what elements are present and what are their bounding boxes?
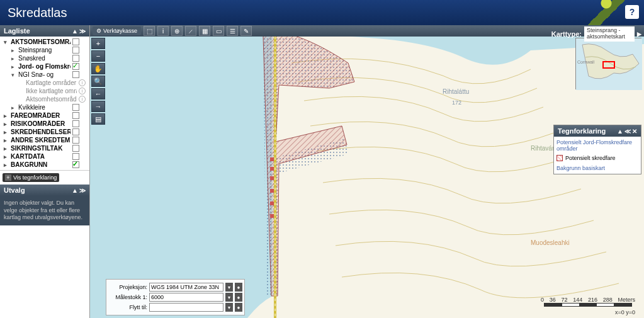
layer-checkbox[interactable] [72,137,79,144]
layer-item[interactable]: Kartlagte områderi [1,79,88,87]
layer-checkbox[interactable] [72,112,79,119]
map-label-depth: 172 [452,99,461,106]
layer-checkbox[interactable] [72,38,79,45]
layer-item[interactable]: ▾NGI Snø- og [1,71,88,79]
info-tool-icon[interactable]: i [157,26,169,36]
info-icon[interactable]: i [79,79,86,86]
verktoy-button[interactable]: ⚙ Verktøykasse [93,26,141,35]
utvalg-controls[interactable]: ▲≫ [72,187,86,194]
karttype-label: Karttype: [551,30,582,38]
layer-checkbox[interactable] [72,128,79,135]
top-toolbar: ⚙ Verktøykasse ⬚ i ⊕ ⟋ ▦ ▭ ☰ ✎ Karttype:… [90,25,644,37]
legend-toggle-wrap: Vis tegnforklaring [0,171,89,185]
zoom-extent-icon[interactable]: 🔍 [91,76,105,87]
apply-icon[interactable]: ● [235,303,242,312]
layer-item[interactable]: ▾AKTSOMHETSOMRÅDER [1,38,88,46]
karttype-selector: Karttype: Steinsprang - aktsomhetskart ▶ [551,26,641,42]
show-legend-button[interactable]: Vis tegnforklaring [3,173,59,182]
prev-extent-icon[interactable]: ← [91,88,105,99]
layer-item[interactable]: ▸SIKRINGSTILTAK [1,144,88,152]
info-icon[interactable]: i [79,88,86,94]
main-container: Lagliste ▲≫ ▾AKTSOMHETSOMRÅDER▸Steinspra… [0,25,644,318]
layer-tool-icon[interactable]: ▤ [91,113,105,125]
app-title: Skredatlas [8,6,67,20]
utvalg-header[interactable]: Utvalg ▲≫ [0,185,89,196]
projeksjon-label: Projeksjon: [108,284,147,290]
legend-controls[interactable]: ▲≪✕ [617,128,637,135]
collapse-icon[interactable]: ▲ [72,28,78,35]
lagliste-title: Lagliste [4,27,30,35]
utvalg-title: Utvalg [4,186,25,194]
svg-rect-7 [270,189,274,193]
legend-body: Potensielt Jord-Flomskredfare områder Po… [554,137,641,174]
layer-item[interactable]: ▸RISIKOOMRÅDER [1,120,88,128]
dropdown-icon[interactable]: ▾ [225,293,233,302]
measure-tool-icon[interactable]: ⟋ [185,26,196,36]
overview-map[interactable]: Cornwall [575,38,641,89]
expand-icon[interactable]: ≫ [79,28,86,35]
layer-checkbox[interactable] [72,145,79,152]
grid-tool-icon[interactable]: ▦ [199,26,210,36]
collapse-icon[interactable]: ▲ [72,187,78,194]
next-extent-icon[interactable]: → [91,101,105,112]
layer-item[interactable]: ▸BAKGRUNN [1,161,88,169]
layer-item[interactable]: Ikke kartlagte områderi [1,87,88,95]
scalebar: 0 36 72 144 216 288 Meters [544,297,635,307]
layer-checkbox[interactable] [72,47,79,54]
layer-checkbox[interactable] [72,120,79,127]
svg-rect-5 [270,167,274,171]
svg-rect-9 [270,214,274,218]
utvalg-body: Ingen objekter valgt. Du kan velge objek… [0,196,89,225]
layer-item[interactable]: ▸Steinsprang [1,46,88,54]
layer-checkbox[interactable] [72,71,79,78]
malestokk-input[interactable] [149,293,223,302]
layer-checkbox[interactable] [72,104,79,111]
zoom-in-icon[interactable]: + [91,38,105,49]
karttype-value[interactable]: Steinsprang - aktsomhetskart [584,26,635,42]
expand-icon[interactable]: ≫ [79,187,86,194]
projeksjon-select[interactable]: WGS 1984 UTM Zone 33N [149,283,223,292]
lagliste-controls[interactable]: ▲≫ [72,28,86,35]
layer-item[interactable]: ▸ANDRE SKREDTEMA [1,136,88,144]
layer-item[interactable]: ▸Kvikkleire [1,103,88,111]
coords-readout: x=0 y=0 [615,309,635,315]
layer-checkbox[interactable] [72,153,79,160]
apply-icon[interactable]: ● [235,293,242,302]
legend-item: Potensielt skredfare [556,154,638,162]
info-icon[interactable]: i [79,96,86,103]
help-button[interactable]: ? [625,5,639,19]
legend-header[interactable]: Tegnforklaring ▲≪✕ [554,125,641,137]
legend-section1: Potensielt Jord-Flomskredfare områder [556,139,638,152]
apply-icon[interactable]: ● [235,283,242,292]
close-icon[interactable]: ✕ [632,128,637,135]
map-area[interactable]: ⚙ Verktøykasse ⬚ i ⊕ ⟋ ▦ ▭ ☰ ✎ Karttype:… [90,25,644,318]
karttype-arrow-icon[interactable]: ▶ [637,31,641,37]
lagliste-header[interactable]: Lagliste ▲≫ [0,25,89,37]
minimize-icon[interactable]: ≪ [624,128,631,135]
screen-tool-icon[interactable]: ▭ [213,26,224,36]
layer-checkbox[interactable] [72,161,79,168]
svg-rect-4 [270,157,274,161]
dropdown-icon[interactable]: ▾ [225,283,233,292]
overview-label: Cornwall [577,60,594,64]
map-label-muodesleahki: Muođesleahki [531,239,570,246]
layer-item[interactable]: ▸FAREOMRÅDER [1,111,88,120]
flytt-input[interactable] [149,303,223,312]
layer-item[interactable]: Aktsomhetsområdei [1,95,88,103]
map-label-rihtalattu: Rihtaláttu [443,88,469,95]
dropdown-icon[interactable]: ▾ [225,303,233,312]
layer-item[interactable]: ▸Jord- og Flomskred [1,62,88,71]
layer-checkbox[interactable] [72,55,79,62]
layer-item[interactable]: ▸SKREDHENDELSER [1,128,88,136]
select-tool-icon[interactable]: ⬚ [144,26,155,36]
list-tool-icon[interactable]: ☰ [227,26,238,36]
header-decoration [587,0,625,25]
zoom-out-icon[interactable]: − [91,50,105,62]
pan-icon[interactable]: ✋ [91,63,105,74]
layer-checkbox[interactable] [72,63,79,70]
zoom-tool-icon[interactable]: ⊕ [171,26,183,36]
edit-tool-icon[interactable]: ✎ [240,26,252,36]
overview-extent-rect[interactable] [602,61,615,69]
legend-panel: Tegnforklaring ▲≪✕ Potensielt Jord-Floms… [553,125,641,174]
collapse-icon[interactable]: ▲ [617,128,623,135]
